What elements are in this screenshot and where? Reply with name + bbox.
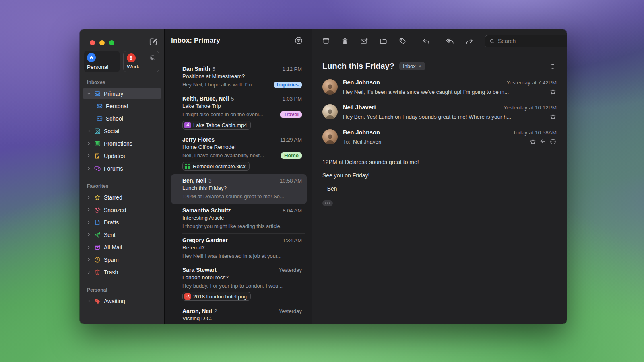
thread-message-collapsed[interactable]: Neil JhaveriYesterday at 10:12PM Hey Ben… [312,100,567,125]
sidebar-item-spam[interactable]: Spam [83,254,161,265]
minimize-window-button[interactable] [99,40,105,45]
label-chip-inquiries[interactable]: Inquiries [274,82,302,88]
building-icon [127,53,136,62]
thread-subject: Lunch this Friday? [322,62,394,71]
archive-button[interactable] [322,37,330,45]
search-input[interactable] [498,38,567,44]
reply-all-button[interactable] [446,37,454,45]
chevron-right-icon[interactable] [86,195,91,200]
compose-button[interactable] [149,37,158,46]
sidebar-item-personal-inbox[interactable]: Personal [83,100,161,112]
message-row[interactable]: Dan Smith51:12 PM Positions at Mimestrea… [171,62,307,92]
expand-collapse-thread-button[interactable] [549,62,557,70]
message-row[interactable]: Samantha Schultz8:04 AM Interesting Arti… [171,204,307,234]
sidebar-item-school[interactable]: School [83,113,161,124]
sidebar-item-sent[interactable]: Sent [83,229,161,241]
thread-message-expanded[interactable]: Ben JohnsonToday at 10:58AM To:Neil Jhav… [312,125,567,150]
sender: Keith, Bruce, Neil [182,95,229,102]
sidebar-item-forums[interactable]: Forums [83,162,161,174]
account-work[interactable]: Work [123,51,159,72]
time: 1:12 PM [283,66,302,72]
sidebar-item-drafts[interactable]: Drafts [83,216,161,228]
move-to-folder-button[interactable] [379,37,388,45]
sender: Ben, Neil [182,177,206,184]
mark-unread-button[interactable] [360,37,368,45]
chevron-right-icon[interactable] [86,257,91,262]
chevron-right-icon[interactable] [86,245,91,249]
body-paragraph: 12PM at Delarosa sounds great to me! [322,159,557,165]
chevron-right-icon[interactable] [86,220,91,224]
sidebar-item-snoozed[interactable]: Snoozed [83,204,161,216]
more-options-button[interactable] [549,138,557,145]
sidebar-item-primary[interactable]: Primary [83,88,161,99]
message-row[interactable]: Keith, Bruce, Neil51:03 PM Lake Tahoe Tr… [171,92,307,133]
message-row[interactable]: Gregory Gardner1:34 AM Referral? Hey Nei… [171,234,307,263]
sidebar-item-trash[interactable]: Trash [83,266,161,278]
forward-button[interactable] [465,37,474,45]
remove-tag-button[interactable]: × [419,64,421,69]
attachment-chip[interactable]: 2018 London hotel.png [182,292,251,301]
sidebar-item-label: Personal [106,103,128,109]
search-field[interactable] [485,35,567,47]
chevron-right-icon[interactable] [86,232,91,237]
time: 11:29 AM [280,137,302,143]
close-window-button[interactable] [90,40,95,45]
sidebar-item-starred[interactable]: Starred [83,191,161,203]
sidebar-item-updates[interactable]: Updates [83,150,161,162]
to-label: To: [343,139,350,145]
show-trimmed-content-button[interactable] [322,200,333,206]
label-button[interactable] [398,37,407,45]
subject: Lake Tahoe Trip [182,103,302,111]
attachment-chip[interactable]: Lake Tahoe Cabin.mp4 [182,121,251,130]
message-row[interactable]: Sara StewartYesterday London hotel recs?… [171,263,307,304]
inbox-tray-icon [94,90,101,97]
chevron-down-icon[interactable] [86,91,91,96]
sidebar-item-awaiting[interactable]: Awaiting [83,295,161,307]
chevron-right-icon[interactable] [86,166,91,171]
reply-button[interactable] [539,138,547,145]
inbox-tag-chip[interactable]: Inbox × [399,62,425,70]
chevron-right-icon[interactable] [86,299,91,303]
account-personal[interactable]: Personal [84,51,120,72]
snooze-moon-icon [149,54,156,61]
message-sender: Neil Jhaveri [343,104,376,111]
avatar [322,129,338,144]
label-chip-travel[interactable]: Travel [280,111,302,118]
message-sender: Ben Johnson [343,79,380,86]
chevron-right-icon[interactable] [86,270,91,274]
image-file-icon [184,293,191,300]
snippet: I thought you might like reading this ar… [182,223,302,229]
search-icon [489,38,495,44]
message-row-selected[interactable]: Ben, Neil310:58 AM Lunch this Friday? 12… [171,174,307,204]
message-row[interactable]: Jerry Flores11:29 AM Home Office Remodel… [171,133,307,174]
reading-pane: Lunch this Friday? Inbox × Ben JohnsonYe… [312,29,567,324]
chevron-right-icon[interactable] [86,129,91,133]
attachment-chip[interactable]: Remodel estimate.xlsx [182,162,250,171]
star-button[interactable] [549,113,557,120]
section-header-favorites: Favorites [80,175,164,191]
message-row[interactable]: Aaron, Neil2Yesterday Visiting D.C. I wa… [171,304,307,324]
chevron-right-icon[interactable] [86,208,91,212]
to-value: Neil Jhaveri [353,139,382,145]
chevron-right-icon[interactable] [86,154,91,158]
thread-message-collapsed[interactable]: Ben JohnsonYesterday at 7:42PM Hey Neil,… [312,75,567,100]
reply-button[interactable] [422,37,430,45]
sidebar-item-label: Forums [104,165,123,172]
sidebar-item-promotions[interactable]: Promotions [83,138,161,149]
star-button[interactable] [529,138,537,145]
sidebar-item-label: Drafts [104,219,119,226]
zoom-window-button[interactable] [109,40,114,45]
sidebar-nav: Inboxes Primary Personal School Social [80,72,164,307]
sidebar-item-social[interactable]: Social [83,125,161,137]
sidebar-item-all-mail[interactable]: All Mail [83,241,161,253]
star-button[interactable] [549,88,557,95]
paperplane-icon [94,231,101,239]
delete-button[interactable] [341,37,349,45]
snippet: Neil, I have some availability next... [182,152,278,158]
mark-unread-icon [360,37,368,45]
label-chip-home[interactable]: Home [281,152,302,159]
chevron-right-icon[interactable] [86,141,91,146]
message-snippet: Hey Neil, It's been a while since we've … [343,89,545,95]
message-body: 12PM at Delarosa sounds great to me! See… [312,150,567,206]
filter-button[interactable] [294,36,303,45]
